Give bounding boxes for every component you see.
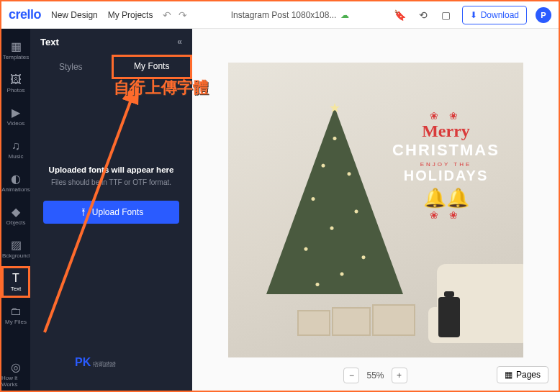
- pages-icon: ▦: [505, 370, 512, 380]
- download-label: Download: [481, 10, 519, 20]
- christmas-text: CHRISTMAS: [385, 141, 507, 160]
- merry-text: Merry: [385, 122, 507, 141]
- zoom-out-button[interactable]: −: [343, 368, 359, 383]
- gift-box: [372, 304, 415, 336]
- christmas-text-overlay[interactable]: ❀ ❀ Merry CHRISTMAS ENJOY THE HOLIDAYS 🔔…: [385, 110, 507, 221]
- upload-fonts-button[interactable]: ⭱ Upload Fonts: [43, 201, 179, 224]
- rail-templates-label: Templates: [3, 54, 29, 60]
- download-icon: ⬇: [470, 10, 477, 20]
- animations-icon: ◐: [11, 173, 21, 185]
- panel-title: Text: [40, 37, 59, 47]
- my-files-icon: 🗀: [10, 306, 22, 317]
- upload-fonts-subtext: Files should be in TTF or OTF format.: [51, 178, 171, 186]
- rail-videos-label: Videos: [7, 120, 24, 127]
- rail-background[interactable]: ▨Bckground: [1, 233, 30, 265]
- rail-text[interactable]: TText: [1, 266, 30, 298]
- tab-my-fonts[interactable]: My Fonts: [112, 55, 193, 79]
- text-icon: T: [12, 273, 19, 284]
- sidebar-rail: ▦Templates 🖼Photos ▶Videos ♫Music ◐Anima…: [1, 29, 30, 391]
- rail-photos-label: Photos: [7, 87, 25, 94]
- top-bar: crello New Design My Projects ↶ ↷ Instag…: [1, 1, 559, 29]
- gift-box: [297, 310, 330, 336]
- bells-icon: 🔔🔔: [385, 187, 507, 209]
- star-icon: ★: [329, 100, 340, 116]
- watermark-sub: 痞凱踏踏: [93, 361, 116, 368]
- upload-icon: ⭱: [79, 207, 88, 217]
- present-icon[interactable]: ▢: [439, 9, 453, 21]
- pages-button[interactable]: ▦ Pages: [497, 366, 548, 383]
- rail-photos[interactable]: 🖼Photos: [1, 68, 30, 99]
- new-design-link[interactable]: New Design: [51, 10, 98, 20]
- rail-my-files[interactable]: 🗀My Files: [1, 299, 30, 331]
- my-projects-link[interactable]: My Projects: [108, 10, 153, 20]
- rail-how-it-works-label: How it Works: [1, 375, 30, 388]
- watermark: PK痞凱踏踏: [75, 356, 116, 369]
- download-button[interactable]: ⬇ Download: [462, 6, 527, 24]
- document-title-text: Instagram Post 1080x108...: [231, 10, 337, 20]
- collapse-panel-icon[interactable]: «: [177, 37, 182, 47]
- how-it-works-icon: ◎: [11, 362, 21, 373]
- rail-my-files-label: My Files: [5, 319, 27, 325]
- rail-objects[interactable]: ◆Objects: [1, 200, 30, 232]
- rail-videos[interactable]: ▶Videos: [1, 101, 30, 132]
- design-canvas[interactable]: ★ ❀ ❀ Merry CHRISTMAS ENJOY THE HOLIDAYS…: [228, 63, 523, 357]
- holidays-text: HOLIDAYS: [385, 168, 507, 184]
- panel-tabs: Styles My Fonts: [30, 55, 192, 79]
- holly-deco-icon: ❀ ❀: [385, 209, 507, 221]
- enjoy-text: ENJOY THE: [385, 161, 507, 168]
- redo-icon[interactable]: ↷: [179, 9, 187, 21]
- document-title[interactable]: Instagram Post 1080x108... ☁: [197, 10, 382, 20]
- rail-templates[interactable]: ▦Templates: [1, 35, 30, 66]
- photos-icon: 🖼: [10, 74, 22, 86]
- rail-animations-label: Animations: [1, 186, 30, 193]
- share-icon[interactable]: ⟲: [416, 9, 430, 21]
- side-panel: Text « Styles My Fonts Uploaded fonts wi…: [30, 29, 192, 391]
- top-right-group: 🔖 ⟲ ▢ ⬇ Download P: [393, 6, 551, 24]
- templates-icon: ▦: [11, 41, 22, 53]
- music-icon: ♫: [12, 140, 20, 152]
- upload-fonts-heading: Uploaded fonts will appear here: [49, 165, 174, 174]
- holly-deco-icon: ❀ ❀: [385, 110, 507, 122]
- tab-styles[interactable]: Styles: [30, 55, 112, 79]
- watermark-pk: PK: [75, 356, 91, 368]
- rail-text-label: Text: [11, 286, 22, 292]
- rail-how-it-works[interactable]: ◎How it Works: [1, 359, 30, 391]
- lantern-illustration: [438, 297, 460, 337]
- zoom-value: 55%: [366, 370, 384, 380]
- rail-background-label: Bckground: [2, 252, 30, 259]
- undo-icon[interactable]: ↶: [163, 9, 171, 21]
- panel-body: Uploaded fonts will appear here Files sh…: [30, 79, 192, 391]
- objects-icon: ◆: [12, 206, 20, 218]
- rail-objects-label: Objects: [6, 219, 25, 226]
- bookmark-icon[interactable]: 🔖: [393, 9, 407, 21]
- avatar[interactable]: P: [536, 7, 551, 23]
- logo: crello: [9, 7, 41, 22]
- videos-icon: ▶: [12, 107, 20, 119]
- rail-animations[interactable]: ◐Animations: [1, 167, 30, 199]
- pages-label: Pages: [516, 370, 541, 380]
- background-icon: ▨: [11, 240, 22, 251]
- gift-box: [332, 307, 371, 336]
- rail-music-label: Music: [9, 153, 24, 160]
- undo-redo-group: ↶ ↷: [163, 9, 187, 21]
- zoom-in-button[interactable]: +: [392, 368, 407, 383]
- panel-header: Text «: [30, 29, 192, 55]
- rail-music[interactable]: ♫Music: [1, 134, 30, 165]
- upload-fonts-label: Upload Fonts: [92, 207, 143, 217]
- cloud-saved-icon: ☁: [340, 10, 349, 20]
- canvas-area: ★ ❀ ❀ Merry CHRISTMAS ENJOY THE HOLIDAYS…: [192, 29, 559, 391]
